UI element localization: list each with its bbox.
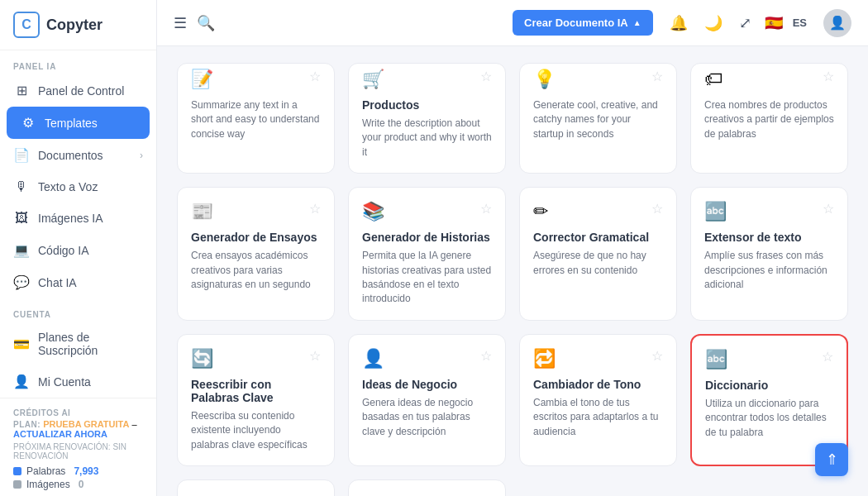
hamburger-icon[interactable]: ☰ bbox=[174, 14, 187, 32]
sidebar-item-label: Planes de Suscripción bbox=[38, 331, 143, 357]
card-ideas-negocio[interactable]: 👤 ☆ Ideas de Negocio Genera ideas de neg… bbox=[348, 334, 506, 466]
star-icon[interactable]: ☆ bbox=[651, 69, 663, 84]
star-icon[interactable]: ☆ bbox=[309, 69, 321, 84]
card-icon: 🏷 bbox=[704, 69, 723, 90]
card-desc: Amplíe sus frases con más descripciones … bbox=[704, 249, 834, 292]
card-politica-privacidad[interactable]: 🛡 ☆ Política de Privacidad Elabore una p… bbox=[177, 479, 335, 496]
plan-separator: – bbox=[131, 419, 136, 429]
star-icon[interactable]: ☆ bbox=[651, 201, 663, 217]
star-icon[interactable]: ☆ bbox=[480, 348, 492, 364]
card-title: Reescribir con Palabras Clave bbox=[191, 378, 321, 404]
card-top: 👤 ☆ bbox=[362, 348, 492, 370]
cards-grid: 📝 ☆ Summarize any text in a short and ea… bbox=[177, 63, 848, 496]
card-summarize[interactable]: 📝 ☆ Summarize any text in a short and ea… bbox=[177, 63, 335, 174]
avatar[interactable]: 👤 bbox=[823, 9, 851, 37]
logo: C Copyter bbox=[0, 0, 156, 50]
card-extensor-texto[interactable]: 🔤 ☆ Extensor de texto Amplíe sus frases … bbox=[690, 187, 848, 321]
card-icon: 💡 bbox=[533, 69, 556, 90]
plan-free[interactable]: PRUEBA GRATUITA bbox=[43, 419, 129, 429]
card-icon: 🔁 bbox=[533, 348, 556, 370]
card-desc: Crea ensayos académicos creativos para v… bbox=[191, 249, 321, 292]
creditos-label: CRÉDITOS AI bbox=[13, 408, 143, 417]
billing-icon: 💳 bbox=[13, 336, 30, 352]
sidebar-item-mi-cuenta[interactable]: 👤 Mi Cuenta bbox=[0, 365, 156, 398]
card-title: Cambiador de Tono bbox=[533, 378, 663, 391]
card-top: 📚 ☆ bbox=[362, 201, 492, 222]
card-icon: 🔤 bbox=[705, 349, 727, 370]
scroll-top-button[interactable]: ⇑ bbox=[815, 443, 848, 476]
card-reescribir[interactable]: 🔄 ☆ Reescribir con Palabras Clave Reescr… bbox=[177, 334, 335, 466]
document-icon: 📄 bbox=[13, 147, 30, 163]
sidebar-item-planes[interactable]: 💳 Planes de Suscripción bbox=[0, 322, 156, 365]
grid-icon: ⊞ bbox=[13, 83, 30, 98]
notification-icon[interactable]: 🔔 bbox=[670, 14, 688, 32]
imagenes-count: 0 bbox=[79, 479, 84, 490]
star-icon[interactable]: ☆ bbox=[309, 201, 321, 217]
card-desc: Asegúrese de que no hay errores en su co… bbox=[533, 249, 663, 278]
sidebar-item-documentos[interactable]: 📄 Documentos › bbox=[0, 139, 156, 171]
moon-icon[interactable]: 🌙 bbox=[704, 14, 723, 32]
card-productos[interactable]: 🛒 ☆ Productos Write the description abou… bbox=[348, 63, 506, 174]
card-top: 🔤 ☆ bbox=[704, 201, 834, 222]
sidebar-item-label: Panel de Control bbox=[38, 84, 124, 98]
flag-icon: 🇪🇸 bbox=[765, 14, 783, 32]
card-desc: Cambia el tono de tus escritos para adap… bbox=[533, 396, 663, 439]
star-icon[interactable]: ☆ bbox=[651, 348, 663, 364]
card-top: 🔤 ☆ bbox=[705, 349, 833, 370]
card-desc: Permita que la IA genere historias creat… bbox=[362, 249, 492, 307]
fullscreen-icon[interactable]: ⤢ bbox=[739, 14, 751, 32]
sidebar-item-label: Documentos bbox=[38, 149, 103, 162]
card-title: Productos bbox=[362, 98, 492, 112]
star-icon[interactable]: ☆ bbox=[822, 349, 833, 365]
card-title: Generador de Historias bbox=[362, 231, 492, 244]
logo-text: Copyter bbox=[46, 17, 103, 34]
cuenta-label: CUENTA bbox=[0, 298, 156, 322]
card-icon: ✏ bbox=[533, 201, 548, 222]
sidebar-item-label: Imágenes IA bbox=[38, 212, 103, 225]
sidebar-item-chat-ia[interactable]: 💬 Chat IA bbox=[0, 266, 156, 298]
card-icon: 👤 bbox=[362, 348, 384, 370]
sidebar-item-label: Código IA bbox=[38, 244, 88, 257]
credits-section: CRÉDITOS AI PLAN: PRUEBA GRATUITA – ACTU… bbox=[0, 398, 156, 496]
sidebar-item-panel-control[interactable]: ⊞ Panel de Control bbox=[0, 74, 156, 107]
star-icon[interactable]: ☆ bbox=[823, 201, 834, 217]
lang-label[interactable]: ES bbox=[793, 17, 807, 29]
card-top: ✏ ☆ bbox=[533, 201, 663, 222]
card-icon: 🔤 bbox=[704, 201, 727, 222]
card-top: 🔄 ☆ bbox=[191, 348, 321, 370]
card-desc: Genera ideas de negocio basadas en tus p… bbox=[362, 396, 492, 439]
sidebar-item-codigo-ia[interactable]: 💻 Código IA bbox=[0, 234, 156, 266]
card-desc: Reescriba su contenido existente incluye… bbox=[191, 409, 321, 452]
imagenes-dot bbox=[13, 480, 21, 489]
create-document-button[interactable]: Crear Documento IA ▲ bbox=[513, 10, 653, 36]
card-top: 💡 ☆ bbox=[533, 69, 663, 90]
sidebar-item-label: Chat IA bbox=[38, 276, 77, 289]
sidebar-item-imagenes-ia[interactable]: 🖼 Imágenes IA bbox=[0, 203, 156, 234]
card-title: Diccionario bbox=[705, 379, 833, 392]
content-area: 📝 ☆ Summarize any text in a short and ea… bbox=[157, 46, 868, 496]
renovacion-text: PRÓXIMA RENOVACIÓN: SIN RENOVACIÓN bbox=[13, 442, 143, 460]
card-generador-historias[interactable]: 📚 ☆ Generador de Historias Permita que l… bbox=[348, 187, 506, 321]
star-icon[interactable]: ☆ bbox=[480, 69, 492, 84]
card-desc: Crea nombres de productos creativos a pa… bbox=[704, 98, 834, 141]
chevron-up-icon: ▲ bbox=[633, 18, 641, 27]
card-title: Corrector Gramatical bbox=[533, 231, 663, 244]
search-icon[interactable]: 🔍 bbox=[197, 14, 215, 32]
sidebar-item-templates[interactable]: ⚙ Templates bbox=[7, 107, 150, 139]
star-icon[interactable]: ☆ bbox=[480, 201, 492, 217]
card-cambiador-tono[interactable]: 🔁 ☆ Cambiador de Tono Cambia el tono de … bbox=[519, 334, 677, 466]
card-generador-ensayos[interactable]: 📰 ☆ Generador de Ensayos Crea ensayos ac… bbox=[177, 187, 335, 321]
sidebar: C Copyter PANEL IA ⊞ Panel de Control ⚙ … bbox=[0, 0, 157, 496]
imagenes-label: Imágenes bbox=[26, 479, 70, 490]
sidebar-item-texto-voz[interactable]: 🎙 Texto a Voz bbox=[0, 171, 156, 203]
plan-upgrade[interactable]: ACTUALIZAR AHORA bbox=[13, 429, 107, 439]
card-terminos-condiciones[interactable]: 🛡 ☆ Términos y Condiciones Desarrolle un… bbox=[348, 479, 506, 496]
star-icon[interactable]: ☆ bbox=[823, 69, 834, 84]
card-nombres-productos[interactable]: 🏷 ☆ Crea nombres de productos creativos … bbox=[690, 63, 848, 174]
card-title: Extensor de texto bbox=[704, 231, 834, 244]
card-corrector-gramatical[interactable]: ✏ ☆ Corrector Gramatical Asegúrese de qu… bbox=[519, 187, 677, 321]
card-top: 🔁 ☆ bbox=[533, 348, 663, 370]
card-nombres-startup[interactable]: 💡 ☆ Generate cool, creative, and catchy … bbox=[519, 63, 677, 174]
star-icon[interactable]: ☆ bbox=[309, 348, 321, 364]
card-top: 📰 ☆ bbox=[191, 201, 321, 222]
